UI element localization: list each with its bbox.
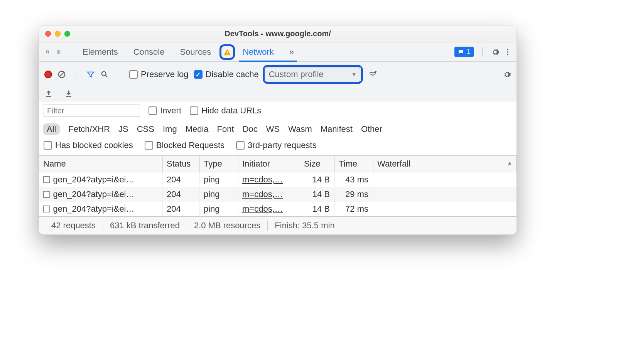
- cell-size: 14 B: [300, 202, 335, 216]
- issues-count: 1: [467, 48, 471, 56]
- minimize-window-button[interactable]: [55, 31, 61, 37]
- cell-name: gen_204?atyp=i&ei…: [39, 202, 163, 216]
- file-icon: [43, 176, 50, 183]
- cell-initiator[interactable]: m=cdos,…: [238, 172, 300, 187]
- col-header-time[interactable]: Time: [335, 156, 373, 172]
- type-filter-css[interactable]: CSS: [137, 124, 154, 134]
- col-header-size[interactable]: Size: [300, 156, 335, 172]
- cell-initiator[interactable]: m=cdos,…: [238, 187, 300, 202]
- svg-point-7: [507, 54, 508, 55]
- kebab-menu-icon[interactable]: [503, 48, 512, 56]
- third-party-checkbox[interactable]: 3rd-party requests: [236, 140, 317, 150]
- svg-point-6: [507, 51, 508, 53]
- tab-console[interactable]: Console: [126, 43, 172, 61]
- type-filter-ws[interactable]: WS: [266, 124, 280, 134]
- col-header-type[interactable]: Type: [200, 156, 238, 172]
- file-icon: [43, 191, 50, 198]
- table-header-row: Name Status Type Initiator Size Time Wat…: [39, 156, 517, 172]
- warning-icon: [223, 48, 231, 56]
- cell-waterfall: [373, 187, 517, 202]
- type-filter-wasm[interactable]: Wasm: [288, 124, 312, 134]
- type-filter-doc[interactable]: Doc: [243, 124, 258, 134]
- filter-bar: Invert Hide data URLs: [39, 101, 517, 120]
- status-requests: 42 requests: [44, 221, 103, 231]
- col-header-name[interactable]: Name: [39, 156, 163, 172]
- type-filter-media[interactable]: Media: [186, 124, 209, 134]
- issues-badge[interactable]: 1: [454, 47, 474, 57]
- cell-type: ping: [200, 187, 238, 202]
- svg-point-5: [507, 49, 508, 50]
- window-title: DevTools - www.google.com/: [39, 29, 517, 38]
- dropdown-caret-icon: ▼: [351, 71, 357, 78]
- blocked-requests-label: Blocked Requests: [156, 140, 225, 150]
- tab-sources[interactable]: Sources: [172, 43, 219, 61]
- table-row[interactable]: gen_204?atyp=i&ei…204pingm=cdos,…14 B43 …: [39, 172, 517, 187]
- search-icon[interactable]: [100, 70, 109, 79]
- tab-network[interactable]: Network: [235, 43, 282, 61]
- svg-point-9: [102, 72, 106, 76]
- cell-type: ping: [200, 202, 238, 216]
- status-finish: Finish: 35.5 min: [267, 221, 341, 231]
- table-row[interactable]: gen_204?atyp=i&ei…204pingm=cdos,…14 B72 …: [39, 202, 517, 216]
- type-filter-js[interactable]: JS: [118, 124, 128, 134]
- zoom-window-button[interactable]: [64, 31, 70, 37]
- disable-cache-checkbox[interactable]: Disable cache: [194, 69, 259, 79]
- blocked-cookies-checkbox[interactable]: Has blocked cookies: [44, 140, 133, 150]
- svg-rect-3: [227, 51, 228, 53]
- filter-input[interactable]: [44, 104, 140, 117]
- close-window-button[interactable]: [45, 31, 51, 37]
- cell-size: 14 B: [300, 172, 335, 187]
- col-header-waterfall[interactable]: Waterfall▲: [373, 156, 517, 172]
- cell-name: gen_204?atyp=i&ei…: [39, 172, 163, 187]
- network-conditions-icon[interactable]: [368, 70, 377, 79]
- network-settings-gear-icon[interactable]: [503, 70, 511, 79]
- separator: [119, 69, 119, 79]
- third-party-label: 3rd-party requests: [248, 140, 317, 150]
- type-filter-manifest[interactable]: Manifest: [321, 124, 353, 134]
- inspect-icon[interactable]: [44, 48, 52, 56]
- type-filter-img[interactable]: Img: [163, 124, 177, 134]
- tab-elements[interactable]: Elements: [75, 43, 126, 61]
- settings-gear-icon[interactable]: [491, 48, 500, 56]
- type-filter-font[interactable]: Font: [217, 124, 234, 134]
- table-row[interactable]: gen_204?atyp=i&ei…204pingm=cdos,…14 B29 …: [39, 187, 517, 202]
- record-button[interactable]: [44, 71, 52, 78]
- throttling-highlight: Custom profile ▼: [263, 65, 363, 84]
- throttling-select[interactable]: Custom profile ▼: [265, 67, 361, 81]
- svg-rect-2: [59, 51, 60, 54]
- network-toolbar: Preserve log Disable cache Custom profil…: [39, 62, 517, 101]
- type-filter-fetch[interactable]: Fetch/XHR: [68, 124, 110, 134]
- hide-data-urls-label: Hide data URLs: [201, 106, 261, 116]
- checkbox-icon: [145, 141, 153, 150]
- separator: [387, 69, 387, 79]
- status-transferred: 631 kB transferred: [103, 221, 187, 231]
- col-header-status[interactable]: Status: [163, 156, 200, 172]
- chat-icon: [457, 49, 464, 56]
- svg-rect-13: [66, 96, 71, 97]
- upload-har-icon[interactable]: [44, 89, 53, 98]
- col-header-initiator[interactable]: Initiator: [238, 156, 300, 172]
- device-toggle-icon[interactable]: [54, 48, 63, 56]
- blocked-requests-checkbox[interactable]: Blocked Requests: [145, 140, 225, 150]
- cell-time: 43 ms: [335, 172, 373, 187]
- cell-time: 72 ms: [335, 202, 373, 216]
- cell-initiator[interactable]: m=cdos,…: [238, 202, 300, 216]
- titlebar: DevTools - www.google.com/: [39, 25, 517, 42]
- file-icon: [43, 206, 50, 212]
- cell-status: 204: [163, 172, 200, 187]
- preserve-log-checkbox[interactable]: Preserve log: [129, 69, 189, 79]
- tabs-overflow[interactable]: »: [282, 43, 302, 61]
- cell-size: 14 B: [300, 187, 335, 202]
- filter-funnel-icon[interactable]: [86, 70, 95, 79]
- download-har-icon[interactable]: [64, 89, 73, 98]
- cell-status: 204: [163, 202, 200, 216]
- hide-data-urls-checkbox[interactable]: Hide data URLs: [190, 106, 261, 116]
- type-filter-all[interactable]: All: [43, 123, 60, 135]
- cell-type: ping: [200, 172, 238, 187]
- clear-icon[interactable]: [57, 70, 66, 79]
- invert-checkbox[interactable]: Invert: [149, 106, 181, 116]
- type-filter-other[interactable]: Other: [361, 124, 382, 134]
- checkbox-icon: [129, 70, 138, 79]
- cell-waterfall: [373, 202, 517, 216]
- devtools-window: DevTools - www.google.com/ Elements Cons…: [39, 25, 517, 235]
